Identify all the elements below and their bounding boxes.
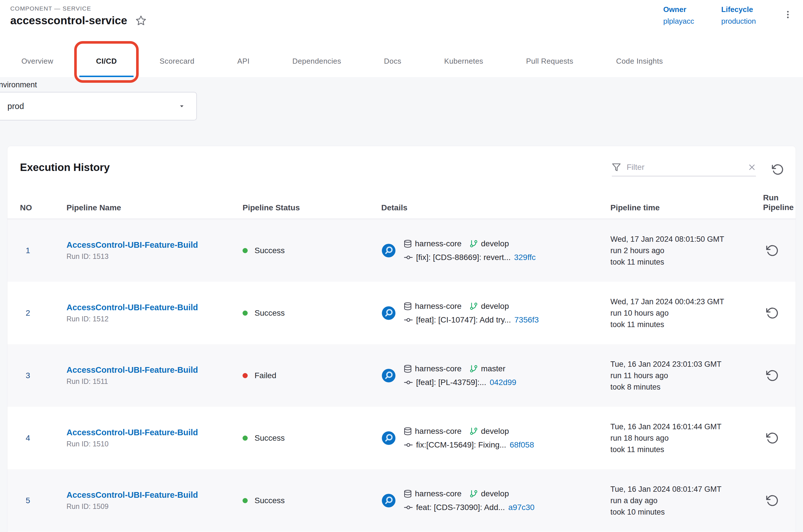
pipeline-time-date: Tue, 16 Jan 2024 16:01:44 GMT [610, 421, 749, 432]
detail-lines: harness-core develop [403, 425, 534, 451]
tab[interactable]: Docs [366, 45, 420, 77]
page-title: accesscontrol-service [10, 14, 127, 27]
detail-lines: harness-core develop [403, 301, 539, 326]
refresh-button[interactable] [771, 163, 784, 176]
pipeline-time-ago: run 10 hours ago [610, 307, 749, 319]
details-cell: harness-core develop [374, 425, 603, 451]
status-dot [243, 498, 248, 503]
status-dot [243, 310, 248, 316]
pipeline-name-link[interactable]: AccessControl-UBI-Feature-Build [66, 240, 235, 250]
commit-hash-link[interactable]: a97c30 [508, 502, 534, 513]
pipeline-name-link[interactable]: AccessControl-UBI-Feature-Build [66, 490, 235, 500]
row-number: 2 [7, 308, 66, 318]
environment-label: Environment [0, 80, 37, 89]
pipeline-time-cell: Tue, 16 Jan 2024 08:01:47 GMT run a day … [603, 483, 749, 518]
tab[interactable]: Dependencies [274, 45, 360, 77]
branch-name: master [481, 363, 505, 375]
repo-branch-line: harness-core develop [403, 488, 534, 499]
detail-lines: harness-core develop [403, 238, 536, 263]
overflow-menu-button[interactable] [783, 10, 793, 19]
tab[interactable]: Pull Requests [508, 45, 592, 77]
filter-input[interactable] [627, 163, 742, 172]
git-commit-icon [403, 503, 413, 512]
meta-value-link[interactable]: plplayacc [663, 17, 694, 26]
card-header: Execution History [7, 146, 796, 190]
status-dot [243, 248, 248, 253]
tab[interactable]: CI/CD [78, 45, 136, 77]
column-header-run-pipeline: Run Pipeline [749, 193, 796, 212]
repo-branch-line: harness-core develop [403, 238, 536, 249]
favorite-button[interactable] [135, 15, 147, 26]
rerun-icon [766, 369, 779, 382]
commit-hash-link[interactable]: 329ffc [514, 252, 536, 263]
pipeline-name-cell: AccessControl-UBI-Feature-Build Run ID: … [66, 303, 235, 323]
git-commit-icon [403, 441, 413, 449]
filter-box [612, 163, 756, 176]
meta-value-link[interactable]: production [721, 17, 756, 26]
status-dot [243, 436, 248, 441]
status-text: Success [254, 496, 285, 505]
pipeline-time-cell: Tue, 16 Jan 2024 16:01:44 GMT run 18 hou… [603, 421, 749, 455]
repo-icon [403, 490, 412, 498]
tab[interactable]: Scorecard [141, 45, 213, 77]
pipeline-time-ago: run 11 hours ago [610, 370, 749, 381]
repo-name: harness-core [415, 301, 461, 312]
pipeline-time-cell: Tue, 16 Jan 2024 23:01:03 GMT run 11 hou… [603, 359, 749, 393]
pipeline-time-duration: took 10 minutes [610, 506, 749, 518]
rerun-pipeline-button[interactable] [766, 494, 779, 507]
commit-message: feat: [CDS-73090]: Add... [416, 502, 505, 513]
rerun-pipeline-button[interactable] [766, 306, 779, 320]
commit-hash-link[interactable]: 68f058 [510, 439, 534, 451]
branch-name: develop [481, 488, 509, 499]
meta-label: Lifecycle [721, 5, 756, 14]
tab-label: Pull Requests [526, 57, 573, 65]
tab[interactable]: Code Insights [597, 45, 682, 77]
pipeline-badge-icon [381, 368, 396, 383]
star-icon [135, 15, 147, 26]
pipeline-status-cell: Failed [235, 371, 374, 380]
run-pipeline-cell [749, 432, 796, 445]
pipeline-status-cell: Success [235, 308, 374, 318]
execution-history-card: Execution History [7, 146, 796, 532]
tab[interactable]: Kubernetes [425, 45, 502, 77]
status-dot [243, 373, 248, 378]
details-cell: harness-core develop [374, 301, 603, 326]
title-row: accesscontrol-service [10, 14, 147, 27]
pipeline-time-duration: took 11 minutes [610, 444, 749, 455]
pipeline-time-duration: took 8 minutes [610, 381, 749, 393]
environment-selected-value: prod [7, 101, 24, 111]
pipeline-name-link[interactable]: AccessControl-UBI-Feature-Build [66, 365, 235, 375]
pipeline-name-link[interactable]: AccessControl-UBI-Feature-Build [66, 428, 235, 437]
refresh-icon [771, 163, 784, 176]
git-branch-icon [470, 427, 478, 436]
tab[interactable]: Overview [3, 45, 72, 77]
details-cell: harness-core master [374, 363, 603, 388]
commit-hash-link[interactable]: 042d99 [490, 377, 516, 388]
entity-kind-label: COMPONENT — SERVICE [10, 5, 91, 12]
tab[interactable]: API [218, 45, 268, 77]
repo-icon [403, 240, 412, 248]
rerun-pipeline-button[interactable] [766, 244, 779, 257]
repo-name: harness-core [415, 363, 461, 375]
rerun-pipeline-button[interactable] [766, 432, 779, 445]
kebab-vertical-icon [783, 10, 793, 19]
row-number: 3 [7, 371, 66, 380]
pipeline-time-cell: Wed, 17 Jan 2024 08:01:50 GMT run 2 hour… [603, 233, 749, 268]
status-text: Failed [254, 371, 276, 380]
pipeline-status-cell: Success [235, 434, 374, 443]
column-header-status: Pipeline Status [235, 203, 374, 212]
pipeline-time-date: Wed, 17 Jan 2024 08:01:50 GMT [610, 233, 749, 245]
tab-label: API [237, 57, 249, 65]
git-commit-icon [403, 316, 413, 324]
environment-select[interactable]: prod [0, 92, 197, 120]
repo-name: harness-core [415, 238, 461, 249]
pipeline-name-cell: AccessControl-UBI-Feature-Build Run ID: … [66, 490, 235, 511]
pipeline-time-ago: run 2 hours ago [610, 245, 749, 256]
clear-filter-button[interactable] [748, 163, 756, 171]
pipeline-time-date: Tue, 16 Jan 2024 23:01:03 GMT [610, 359, 749, 370]
pipeline-time-date: Tue, 16 Jan 2024 08:01:47 GMT [610, 483, 749, 495]
pipeline-name-link[interactable]: AccessControl-UBI-Feature-Build [66, 303, 235, 312]
tab-label: CI/CD [96, 57, 117, 65]
rerun-pipeline-button[interactable] [766, 369, 779, 382]
commit-hash-link[interactable]: 7356f3 [515, 314, 539, 326]
